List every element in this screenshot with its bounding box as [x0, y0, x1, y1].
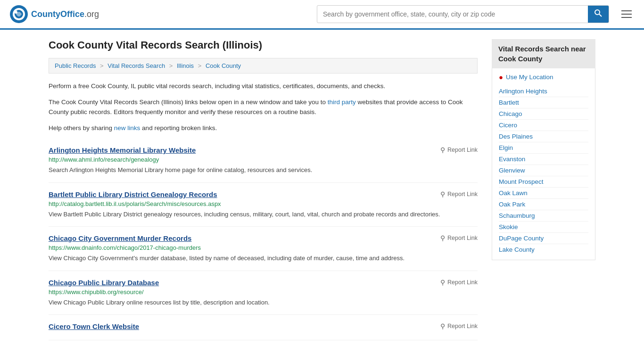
sidebar-city-link[interactable]: Cicero: [499, 120, 588, 131]
result-url: https://www.dnainfo.com/chicago/2017-chi…: [49, 244, 478, 251]
search-area: [317, 5, 609, 23]
page-title: Cook County Vital Records Search (Illino…: [49, 39, 478, 51]
svg-point-3: [15, 11, 17, 14]
sidebar-city-link[interactable]: Glenview: [499, 165, 588, 176]
report-link[interactable]: ⚲ Report Link: [440, 322, 478, 330]
menu-line-2: [621, 14, 632, 15]
report-icon: ⚲: [440, 234, 445, 242]
description-para3: Help others by sharing new links and rep…: [49, 123, 478, 133]
report-link[interactable]: ⚲ Report Link: [440, 234, 478, 242]
sidebar-city-link[interactable]: Oak Lawn: [499, 188, 588, 199]
result-title[interactable]: Cicero Town Clerk Website: [49, 322, 139, 330]
sidebar-city-link[interactable]: Elgin: [499, 142, 588, 154]
report-link[interactable]: ⚲ Report Link: [440, 190, 478, 198]
sidebar-city-link[interactable]: Oak Park: [499, 199, 588, 210]
sidebar-city-link[interactable]: Bartlett: [499, 97, 588, 108]
breadcrumb-sep-3: >: [198, 62, 202, 69]
result-desc: View Chicago Public Library online resou…: [49, 298, 478, 307]
result-title[interactable]: Arlington Heights Memorial Library Websi…: [49, 146, 196, 154]
result-title[interactable]: Bartlett Public Library District Genealo…: [49, 190, 217, 198]
search-input[interactable]: [317, 7, 588, 22]
result-url: https://www.chipublib.org/resource/: [49, 288, 478, 296]
sidebar-city-link[interactable]: Chicago: [499, 108, 588, 120]
breadcrumb-cook-county[interactable]: Cook County: [206, 62, 241, 69]
new-links-link[interactable]: new links: [114, 124, 140, 132]
breadcrumb-sep-2: >: [169, 62, 173, 69]
svg-point-4: [595, 10, 600, 15]
sidebar-header: Vital Records Search near Cook County: [492, 39, 595, 68]
result-header: Arlington Heights Memorial Library Websi…: [49, 146, 478, 154]
sidebar-city-link[interactable]: DuPage County: [499, 233, 588, 244]
location-pin-icon: ●: [499, 73, 503, 81]
result-header: Cicero Town Clerk Website ⚲ Report Link: [49, 322, 478, 330]
sidebar-city-link[interactable]: Des Plaines: [499, 131, 588, 142]
result-header: Chicago City Government Murder Records ⚲…: [49, 234, 478, 242]
result-desc: View Chicago City Government's murder da…: [49, 254, 478, 263]
result-url: http://catalog.bartlett.lib.il.us/polari…: [49, 200, 478, 207]
menu-line-1: [621, 10, 632, 11]
breadcrumb-public-records[interactable]: Public Records: [55, 62, 96, 69]
breadcrumb-sep-1: >: [100, 62, 104, 69]
result-item: Cicero Town Clerk Website ⚲ Report Link: [49, 315, 478, 340]
result-item: Chicago City Government Murder Records ⚲…: [49, 227, 478, 271]
sidebar-city-link[interactable]: Skokie: [499, 222, 588, 233]
result-item: Bartlett Public Library District Genealo…: [49, 183, 478, 227]
breadcrumb-vital-records[interactable]: Vital Records Search: [107, 62, 165, 69]
result-header: Bartlett Public Library District Genealo…: [49, 190, 478, 198]
menu-line-3: [621, 17, 632, 18]
result-item: Arlington Heights Memorial Library Websi…: [49, 139, 478, 183]
content-area: Cook County Vital Records Search (Illino…: [49, 39, 478, 340]
sidebar-city-link[interactable]: Evanston: [499, 154, 588, 165]
result-header: Chicago Public Library Database ⚲ Report…: [49, 279, 478, 287]
description-para1: Perform a free Cook County, IL public vi…: [49, 81, 478, 91]
logo[interactable]: CountyOffice.org: [9, 5, 99, 24]
result-desc: View Bartlett Public Library District ge…: [49, 210, 478, 219]
result-item: Chicago Public Library Database ⚲ Report…: [49, 271, 478, 315]
search-button[interactable]: [588, 6, 609, 23]
sidebar: Vital Records Search near Cook County ● …: [492, 39, 595, 340]
report-link[interactable]: ⚲ Report Link: [440, 279, 478, 286]
use-my-location-button[interactable]: ● Use My Location: [499, 73, 553, 81]
logo-text: CountyOffice.org: [31, 9, 99, 19]
sidebar-links: Arlington HeightsBartlettChicagoCiceroDe…: [499, 86, 588, 255]
result-url: http://www.ahml.info/research/genealogy: [49, 156, 478, 163]
report-icon: ⚲: [440, 190, 445, 198]
sidebar-content: ● Use My Location Arlington HeightsBartl…: [492, 68, 595, 260]
breadcrumb: Public Records > Vital Records Search > …: [49, 58, 478, 74]
search-icon: [594, 9, 602, 17]
result-desc: Search Arlington Heights Memorial Librar…: [49, 165, 478, 175]
results-list: Arlington Heights Memorial Library Websi…: [49, 139, 478, 340]
sidebar-city-link[interactable]: Lake County: [499, 244, 588, 255]
report-icon: ⚲: [440, 322, 445, 330]
report-icon: ⚲: [440, 279, 445, 286]
result-title[interactable]: Chicago City Government Murder Records: [49, 234, 191, 242]
breadcrumb-illinois[interactable]: Illinois: [177, 62, 194, 69]
hamburger-menu-button[interactable]: [619, 8, 635, 21]
third-party-link[interactable]: third party: [328, 99, 356, 106]
logo-icon: [9, 5, 28, 24]
sidebar-city-link[interactable]: Mount Prospect: [499, 176, 588, 188]
result-title[interactable]: Chicago Public Library Database: [49, 279, 159, 287]
svg-line-5: [599, 14, 602, 16]
sidebar-city-link[interactable]: Arlington Heights: [499, 86, 588, 97]
report-icon: ⚲: [440, 146, 445, 154]
description-para2: The Cook County Vital Records Search (Il…: [49, 97, 478, 117]
report-link[interactable]: ⚲ Report Link: [440, 146, 478, 154]
sidebar-city-link[interactable]: Schaumburg: [499, 210, 588, 222]
